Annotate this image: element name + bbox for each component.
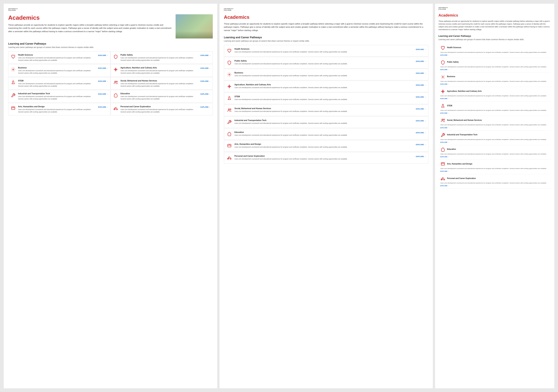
flask-icon xyxy=(440,103,445,109)
logo-2: UNIVERSITY COLLEGE xyxy=(224,8,428,11)
apple-icon xyxy=(226,131,232,137)
pathway-content: Business Uses core development coursewor… xyxy=(235,72,414,77)
intro-text-3: These pathways provide an opportunity fo… xyxy=(438,20,551,31)
explore-link[interactable]: EXPLORE → xyxy=(416,72,426,74)
pathway-desc: Uses core development coursework and edu… xyxy=(121,57,199,61)
svg-point-36 xyxy=(442,119,443,120)
fork-icon xyxy=(226,84,232,89)
explore-link[interactable]: EXPLORE → xyxy=(440,170,549,172)
intro-text-1: These pathways provide an opportunity fo… xyxy=(8,23,173,33)
pathway-desc: Uses core development coursework and edu… xyxy=(235,158,414,160)
pathway-name: Business xyxy=(447,76,455,77)
svg-point-23 xyxy=(230,109,231,110)
explore-link[interactable]: EXPLORE → xyxy=(98,80,108,82)
explore-link[interactable]: EXPLORE → xyxy=(440,127,549,129)
explore-link[interactable]: EXPLORE → xyxy=(440,112,549,114)
pathway-card-single: Agriculture, Nutrition and Culinary Arts… xyxy=(224,81,428,92)
pathway-card: Industrial and Transportation Tech Uses … xyxy=(8,90,110,102)
explore-link[interactable]: EXPLORE → xyxy=(416,95,426,98)
explore-link[interactable]: EXPLORE → xyxy=(98,67,108,69)
pathway-desc: Uses core development coursework and edu… xyxy=(235,51,414,53)
explore-link[interactable]: EXPLORE → xyxy=(201,54,211,56)
pathway-name: Education xyxy=(447,148,456,150)
pathway-card-single: Business Uses core development coursewor… xyxy=(224,69,428,80)
people-icon xyxy=(226,107,232,113)
explore-link[interactable]: EXPLORE → xyxy=(416,155,426,157)
explore-link[interactable]: EXPLORE → xyxy=(98,105,108,108)
pathway-card: STEM Uses core development coursework an… xyxy=(8,77,110,90)
bike-icon xyxy=(226,155,232,161)
narrow-card-top: Arts, Humanities and Design xyxy=(440,162,549,167)
pathway-name: Public Safety xyxy=(447,61,459,63)
pathway-card-single: STEM Uses core development coursework an… xyxy=(224,93,428,104)
explore-link[interactable]: EXPLORE → xyxy=(440,156,549,158)
shield-icon xyxy=(440,60,445,65)
pathway-content: Agriculture, Nutrition and Culinary Arts… xyxy=(235,84,414,89)
explore-link[interactable]: EXPLORE → xyxy=(201,67,211,69)
pathway-content: Public Safety Uses core development cour… xyxy=(235,60,414,65)
explore-link[interactable]: EXPLORE → xyxy=(440,98,549,99)
pathway-card-single: Industrial and Transportation Tech Uses … xyxy=(224,116,428,128)
explore-link[interactable]: EXPLORE → xyxy=(440,83,549,85)
explore-link[interactable]: EXPLORE → xyxy=(201,92,211,95)
explore-link[interactable]: EXPLORE → xyxy=(440,69,549,70)
explore-link[interactable]: EXPLORE → xyxy=(416,119,426,122)
pathway-content: Social, Behavioral and Human Services Us… xyxy=(121,80,199,87)
pathway-card-narrow: Industrial and Transportation Tech Uses … xyxy=(438,131,551,145)
explore-link[interactable]: EXPLORE → xyxy=(416,143,426,145)
svg-point-28 xyxy=(442,77,444,77)
pathway-desc: Uses core development coursework and edu… xyxy=(235,110,414,113)
pathway-desc: Uses core development coursework and edu… xyxy=(18,69,96,74)
explore-link[interactable]: EXPLORE → xyxy=(440,141,549,143)
pathway-desc: Uses core development coursework and edu… xyxy=(18,108,96,113)
explore-link[interactable]: EXPLORE → xyxy=(201,80,211,82)
explore-link[interactable]: EXPLORE → xyxy=(440,185,549,187)
narrow-card-top: Health Sciences xyxy=(440,45,549,51)
pathway-desc: Uses core development coursework and edu… xyxy=(440,95,549,97)
pathway-name: Business xyxy=(235,72,414,74)
pathway-name: Social, Behavioral and Human Services xyxy=(447,119,482,121)
section-title-3: Learning and Career Pathways xyxy=(438,35,551,37)
pathway-card: Public Safety Uses core development cour… xyxy=(111,51,213,64)
svg-point-16 xyxy=(229,86,230,87)
art-icon xyxy=(10,105,16,111)
pathway-content: Personal and Career Exploration Uses cor… xyxy=(121,105,199,113)
flask-icon xyxy=(226,95,232,101)
narrow-card-top: Industrial and Transportation Tech xyxy=(440,133,549,138)
pathway-desc: Uses core development coursework and edu… xyxy=(121,83,199,87)
explore-link[interactable]: EXPLORE → xyxy=(98,92,108,95)
logo-3: UNIVERSITY COLLEGE xyxy=(438,7,551,10)
pathway-name: Education xyxy=(121,92,199,95)
pathway-desc: Uses core development coursework and edu… xyxy=(235,86,414,89)
pathway-card: Arts, Humanities and Design Uses core de… xyxy=(8,103,110,116)
explore-link[interactable]: EXPLORE → xyxy=(416,107,426,110)
pathway-card-single: Arts, Humanities and Design Uses core de… xyxy=(224,140,428,152)
page-title-3: Academics xyxy=(438,13,551,17)
explore-link[interactable]: EXPLORE → xyxy=(440,54,549,56)
pathway-content: Industrial and Transportation Tech Uses … xyxy=(235,119,414,125)
pathway-card: Personal and Career Exploration Uses cor… xyxy=(111,103,213,116)
pathway-content: Health Sciences Uses core development co… xyxy=(18,54,96,61)
pathway-desc: Uses core development coursework and edu… xyxy=(235,63,414,65)
explore-link[interactable]: EXPLORE → xyxy=(98,54,108,56)
pathway-name: STEM xyxy=(18,80,96,82)
pathway-desc: Uses core development coursework and edu… xyxy=(235,98,414,101)
explore-link[interactable]: EXPLORE → xyxy=(416,60,426,62)
explore-link[interactable]: EXPLORE → xyxy=(201,105,211,108)
campus-image xyxy=(175,14,213,38)
explore-link[interactable]: EXPLORE → xyxy=(416,48,426,50)
explore-link[interactable]: EXPLORE → xyxy=(416,131,426,134)
panel-3: UNIVERSITY COLLEGE Academics These pathw… xyxy=(435,4,554,388)
pathways-list-2: Health Sciences Uses core development co… xyxy=(224,45,428,163)
pathway-name: Health Sciences xyxy=(447,46,461,49)
pathway-name: Health Sciences xyxy=(18,54,96,56)
pathway-desc: Uses core development coursework and edu… xyxy=(235,122,414,125)
narrow-card-top: STEM xyxy=(440,103,549,109)
pathway-name: Agriculture, Nutrition and Culinary Arts xyxy=(447,90,481,92)
explore-link[interactable]: EXPLORE → xyxy=(416,84,426,86)
pathway-desc: Uses core development coursework and edu… xyxy=(440,168,549,170)
fork-icon xyxy=(113,67,119,72)
pathway-card-narrow: Education Uses core development coursewo… xyxy=(438,145,551,160)
narrow-card-top: Education xyxy=(440,147,549,152)
pathway-name: STEM xyxy=(235,95,414,98)
